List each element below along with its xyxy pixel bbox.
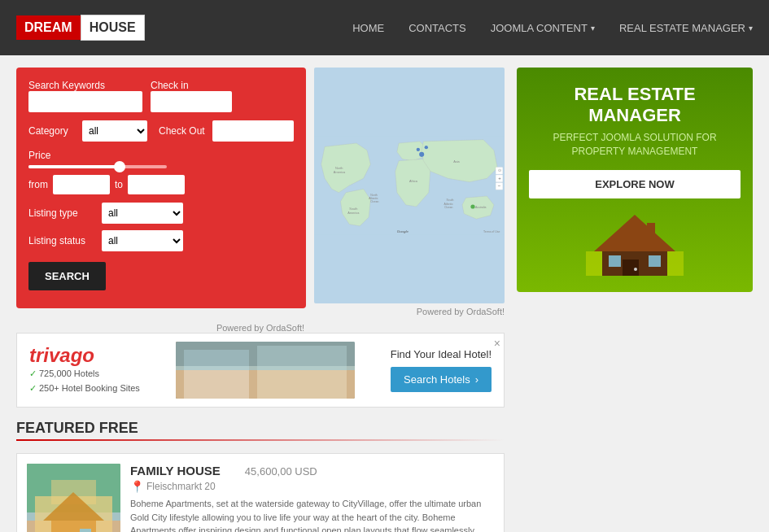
svg-rect-39 (80, 529, 91, 532)
main-content: Search Keywords Check in Category all (0, 55, 769, 532)
check-icon-2: ✓ (29, 383, 37, 393)
listing-type-select[interactable]: all (102, 203, 183, 224)
svg-text:Ocean: Ocean (370, 200, 378, 203)
svg-text:Australia: Australia (475, 206, 487, 209)
property-name: FAMILY HOUSE (130, 464, 221, 477)
property-image (27, 464, 120, 532)
category-row: Category all Check Out (28, 120, 294, 142)
svg-marker-41 (594, 215, 675, 251)
property-card: FAMILY HOUSE 45,600,00 USD 📍 Fleischmark… (16, 453, 505, 532)
property-content: FAMILY HOUSE 45,600,00 USD 📍 Fleischmark… (130, 464, 494, 532)
checkout-input[interactable] (212, 120, 294, 142)
svg-point-14 (417, 148, 420, 151)
featured-title: FEATURED FREE (16, 420, 505, 437)
sidebar-ad-subtitle: PERFECT JOOMLA SOLUTION FOR PROPERTY MAN… (529, 131, 741, 159)
featured-section: FEATURED FREE (16, 420, 505, 532)
explore-now-button[interactable]: EXPLORE NOW (529, 170, 741, 198)
checkin-input[interactable] (151, 91, 232, 112)
svg-text:Africa: Africa (409, 179, 418, 183)
trivago-cta: Find Your Ideal Hotel! Search Hotels › (391, 348, 492, 392)
svg-point-15 (425, 146, 428, 149)
svg-text:Terms of Use: Terms of Use (483, 231, 500, 234)
sidebar-ad-title: REAL ESTATE MANAGER (529, 84, 741, 127)
checkin-label: Check in (151, 80, 232, 91)
search-button[interactable]: SEARCH (28, 262, 106, 290)
map-container[interactable]: North America North Atlantic Ocean South… (314, 68, 505, 303)
svg-text:Atlantic: Atlantic (369, 197, 378, 200)
svg-text:Atlantic: Atlantic (443, 203, 453, 206)
svg-rect-46 (649, 255, 661, 267)
property-img-svg (27, 464, 120, 532)
search-powered-label: Powered by OrdaSoft! (16, 323, 505, 333)
svg-text:South: South (447, 199, 454, 203)
nav-home[interactable]: HOME (352, 22, 384, 34)
svg-text:Google: Google (397, 230, 409, 234)
keywords-label: Search Keywords (28, 80, 142, 91)
house-icon (529, 211, 741, 276)
logo-dream: DREAM (16, 15, 81, 40)
listing-status-select[interactable]: all (102, 230, 183, 251)
main-nav: HOME CONTACTS JOOMLA CONTENT ▾ REAL ESTA… (352, 22, 753, 34)
left-column: Search Keywords Check in Category all (16, 68, 505, 532)
location-pin-icon: 📍 (130, 480, 144, 493)
header: DREAM HOUSE HOME CONTACTS JOOMLA CONTENT… (0, 0, 769, 55)
featured-divider (16, 439, 505, 441)
svg-rect-45 (609, 255, 621, 267)
right-sidebar: REAL ESTATE MANAGER PERFECT JOOMLA SOLUT… (517, 68, 753, 532)
nav-joomla-content[interactable]: JOOMLA CONTENT ▾ (491, 22, 595, 34)
price-label: Price (28, 150, 294, 161)
svg-text:Ocean: Ocean (444, 206, 452, 209)
svg-text:America: America (334, 170, 346, 174)
svg-text:+: + (498, 176, 501, 181)
svg-text:−: − (498, 184, 501, 189)
nav-real-estate-manager[interactable]: REAL ESTATE MANAGER ▾ (619, 22, 753, 34)
price-slider-fill (28, 165, 125, 168)
keywords-input[interactable] (28, 91, 142, 112)
trivago-search-button[interactable]: Search Hotels › (391, 367, 492, 392)
logo: DREAM HOUSE (16, 15, 145, 41)
svg-rect-44 (647, 223, 655, 239)
svg-text:North: North (335, 167, 343, 171)
real-estate-arrow-icon: ▾ (749, 24, 753, 33)
svg-text:⊙: ⊙ (498, 168, 501, 172)
listing-type-label: Listing type (28, 207, 94, 219)
price-from-label: from (28, 179, 48, 190)
price-from-input[interactable]: 0 (53, 175, 110, 194)
trivago-hotel-image (176, 342, 355, 399)
property-location: 📍 Fleischmarkt 20 (130, 480, 494, 493)
svg-point-17 (470, 204, 474, 208)
listing-type-row: Listing type all (28, 203, 294, 224)
price-to-label: to (115, 179, 123, 190)
trivago-image (176, 342, 355, 399)
joomla-content-arrow-icon: ▾ (591, 24, 595, 33)
trivago-arrow-icon: › (475, 373, 478, 386)
property-description: Boheme Apartments, set at the waterside … (130, 497, 494, 532)
svg-rect-30 (176, 342, 355, 370)
listing-status-row: Listing status all (28, 230, 294, 251)
svg-point-16 (419, 152, 424, 157)
nav-contacts[interactable]: CONTACTS (409, 22, 466, 34)
keywords-row: Search Keywords Check in (28, 80, 294, 112)
price-slider[interactable] (28, 165, 167, 168)
trivago-find-label: Find Your Ideal Hotel! (391, 348, 492, 360)
price-to-input[interactable]: 750000 (128, 175, 185, 194)
svg-rect-43 (623, 259, 639, 276)
trivago-brand: trivago ✓725,000 Hotels ✓250+ Hotel Book… (29, 344, 140, 395)
listing-status-label: Listing status (28, 235, 94, 246)
trivago-ad: × trivago ✓725,000 Hotels ✓250+ Hotel Bo… (16, 333, 505, 408)
price-slider-thumb[interactable] (114, 161, 125, 172)
svg-text:America: America (347, 211, 360, 215)
price-section: Price from 0 to 750000 (28, 150, 294, 194)
category-label: Category (28, 125, 77, 137)
map-svg: North America North Atlantic Ocean South… (314, 68, 505, 303)
checkout-label: Check Out (159, 125, 208, 137)
map-section: North America North Atlantic Ocean South… (314, 68, 505, 316)
trivago-close-button[interactable]: × (494, 337, 500, 350)
price-range-row: from 0 to 750000 (28, 175, 294, 194)
search-panel: Search Keywords Check in Category all (16, 68, 306, 308)
trivago-features: ✓725,000 Hotels ✓250+ Hotel Booking Site… (29, 367, 140, 395)
category-select[interactable]: all (82, 120, 147, 142)
property-price: 45,600,00 USD (245, 465, 317, 477)
logo-house: HOUSE (81, 15, 145, 41)
svg-text:Asia: Asia (453, 159, 460, 164)
